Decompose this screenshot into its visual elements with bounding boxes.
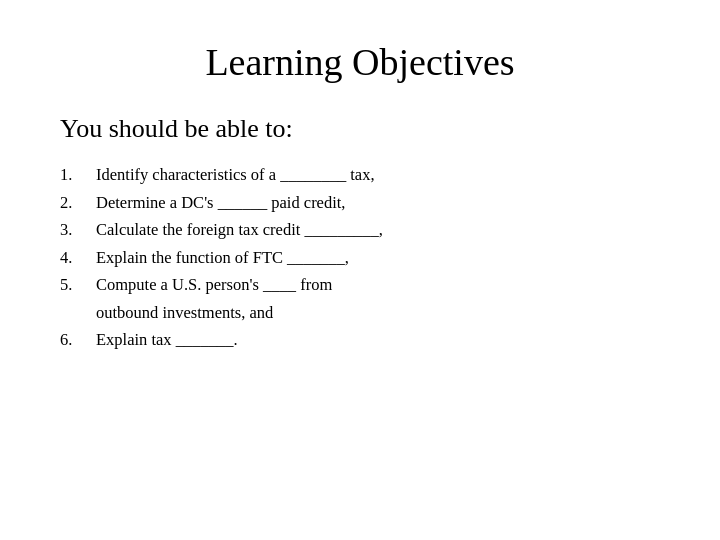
list-number: 1. [60, 162, 96, 188]
list-container: 1.Identify characteristics of a ________… [60, 162, 660, 355]
list-item: 5.Compute a U.S. person's ____ from [60, 272, 660, 298]
subtitle: You should be able to: [60, 114, 660, 144]
list-number [60, 300, 96, 326]
list-text: Calculate the foreign tax credit _______… [96, 217, 660, 243]
list-text: outbound investments, and [96, 300, 660, 326]
list-item: 2.Determine a DC's ______ paid credit, [60, 190, 660, 216]
list-text: Compute a U.S. person's ____ from [96, 272, 660, 298]
list-text: Identify characteristics of a ________ t… [96, 162, 660, 188]
list-text: Determine a DC's ______ paid credit, [96, 190, 660, 216]
page: Learning Objectives You should be able t… [0, 0, 720, 540]
list-text: Explain the function of FTC _______, [96, 245, 660, 271]
list-number: 6. [60, 327, 96, 353]
list-number: 4. [60, 245, 96, 271]
list-number: 3. [60, 217, 96, 243]
list-item: 6.Explain tax _______. [60, 327, 660, 353]
page-title: Learning Objectives [60, 40, 660, 84]
list-number: 5. [60, 272, 96, 298]
list-text: Explain tax _______. [96, 327, 660, 353]
list-number: 2. [60, 190, 96, 216]
list-item: outbound investments, and [60, 300, 660, 326]
list-item: 4.Explain the function of FTC _______, [60, 245, 660, 271]
list-item: 1.Identify characteristics of a ________… [60, 162, 660, 188]
list-item: 3.Calculate the foreign tax credit _____… [60, 217, 660, 243]
